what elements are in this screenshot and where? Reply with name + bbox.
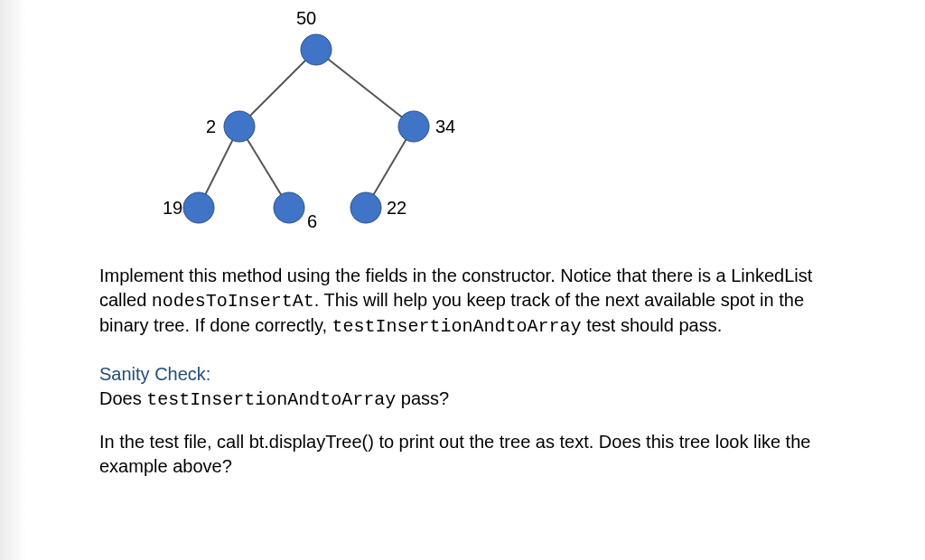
code-testInsertionAndtoArray-2: testInsertionAndtoArray — [146, 389, 396, 410]
binary-tree-diagram: 50 2 34 19 6 22 — [99, 0, 835, 253]
tree-node-rl-label: 22 — [387, 198, 406, 218]
sanity-q1-post: pass? — [396, 388, 449, 408]
tree-node-ll-label: 19 — [163, 198, 182, 218]
tree-node-root — [301, 34, 332, 65]
svg-point-4 — [274, 192, 304, 223]
sanity-check-q1: Does testInsertionAndtoArray pass? — [99, 387, 835, 412]
tree-node-left-label: 2 — [206, 117, 216, 136]
tree-node-rl — [350, 192, 381, 223]
tree-node-ll — [183, 192, 214, 223]
tree-node-root-label: 50 — [296, 8, 316, 28]
svg-point-5 — [350, 192, 381, 223]
svg-point-2 — [398, 111, 429, 142]
code-testInsertionAndtoArray-1: testInsertionAndtoArray — [332, 316, 582, 337]
code-nodesToInsertAt: nodesToInsertAt — [152, 291, 314, 312]
tree-svg: 50 2 34 19 6 22 — [99, 0, 551, 253]
svg-point-1 — [224, 111, 255, 142]
svg-point-3 — [183, 192, 214, 223]
tree-node-right-label: 34 — [435, 117, 455, 136]
instruction-text-post: test should pass. — [582, 315, 723, 335]
sanity-check-q2: In the test file, call bt.displayTree() … — [99, 430, 835, 479]
edge-root-left — [239, 50, 316, 126]
tree-node-lr-label: 6 — [307, 211, 317, 231]
tree-node-left — [224, 111, 255, 142]
sanity-check-heading: Sanity Check: — [99, 364, 835, 385]
svg-point-0 — [301, 34, 332, 65]
instruction-paragraph: Implement this method using the fields i… — [99, 264, 835, 339]
document-page: 50 2 34 19 6 22 — [0, 0, 925, 479]
tree-node-right — [398, 111, 429, 142]
tree-node-lr — [274, 192, 304, 223]
edge-root-right — [316, 50, 414, 126]
sanity-q1-pre: Does — [99, 388, 146, 408]
